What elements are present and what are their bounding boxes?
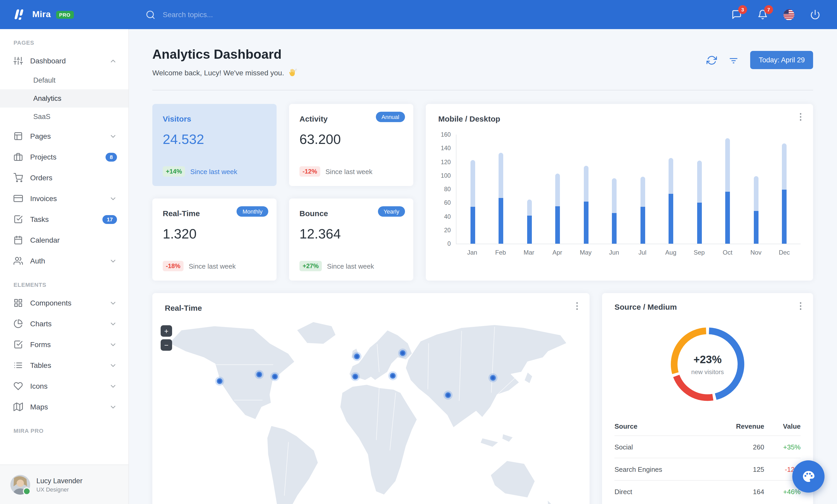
sidebar-item-charts[interactable]: Charts (0, 313, 128, 334)
bar-chart-y-axis: 020406080100120140160 (438, 135, 456, 244)
card-menu-button[interactable] (795, 111, 807, 124)
sidebar-item-components[interactable]: Components (0, 293, 128, 313)
sidebar-item-tables[interactable]: Tables (0, 355, 128, 376)
power-icon (810, 10, 820, 20)
bar-nov[interactable] (742, 135, 770, 244)
bar-chart-title: Mobile / Desktop (438, 114, 801, 123)
map-marker[interactable] (398, 349, 407, 358)
mobile-desktop-card: Mobile / Desktop 020406080100120140160 (426, 104, 813, 281)
map-zoom-controls: + − (161, 325, 172, 351)
map-marker[interactable] (353, 352, 361, 361)
map-marker[interactable] (270, 372, 280, 381)
chevron-down-icon (109, 320, 117, 328)
sidebar-item-tasks[interactable]: Tasks17 (0, 209, 128, 230)
zoom-in-button[interactable]: + (161, 325, 172, 337)
map-marker[interactable] (351, 372, 360, 381)
period-badge[interactable]: Yearly (378, 206, 405, 217)
source-row-direct[interactable]: Direct 164 +46% (615, 480, 801, 502)
period-badge[interactable]: Monthly (237, 206, 268, 217)
sidebar-item-default[interactable]: Default (0, 71, 128, 89)
stat-delta-badge: +14% (163, 166, 185, 177)
bar-oct[interactable] (714, 135, 742, 244)
revenue-cell: 125 (712, 458, 764, 480)
chevron-down-icon (109, 382, 117, 390)
sidebar-item-saas[interactable]: SaaS (0, 108, 128, 126)
stat-value: 1.320 (163, 226, 266, 242)
sidebar-item-auth[interactable]: Auth (0, 250, 128, 271)
sidebar-item-pages[interactable]: Pages (0, 126, 128, 147)
header-actions: Today: April 29 (707, 51, 813, 69)
map-title: Real-Time (165, 303, 577, 312)
zoom-out-button[interactable]: − (161, 339, 172, 351)
bar-jan[interactable] (459, 135, 487, 244)
more-vertical-icon (796, 301, 806, 311)
theme-settings-button[interactable] (792, 460, 824, 492)
source-row-social[interactable]: Social 260 +35% (615, 436, 801, 458)
filter-icon[interactable] (729, 55, 739, 65)
brand-name: Mira (32, 10, 51, 20)
bar-jul[interactable] (628, 135, 657, 244)
bar-sep[interactable] (685, 135, 714, 244)
map-icon (14, 402, 23, 411)
date-range-button[interactable]: Today: April 29 (750, 51, 813, 69)
sidebar-item-calendar[interactable]: Calendar (0, 230, 128, 250)
bar-aug[interactable] (657, 135, 685, 244)
stat-value: 12.364 (300, 226, 403, 242)
x-tick-label: Dec (770, 249, 799, 256)
sidebar-user[interactable]: Lucy Lavender UX Designer (0, 465, 128, 504)
stat-value: 63.200 (300, 131, 403, 148)
list-icon (14, 360, 23, 370)
top-navbar: Mira PRO 3 7 (0, 0, 837, 29)
sidebar-item-projects[interactable]: Projects8 (0, 147, 128, 167)
bar-may[interactable] (572, 135, 600, 244)
world-map[interactable] (165, 318, 577, 504)
donut-center-value: +23% (694, 353, 722, 366)
signout-button[interactable] (810, 10, 820, 20)
messages-button[interactable]: 3 (731, 10, 742, 20)
language-button[interactable] (783, 9, 795, 20)
stat-caption: Since last week (327, 262, 374, 270)
map-marker[interactable] (255, 370, 264, 379)
sidebar-item-forms[interactable]: Forms (0, 334, 128, 355)
brand[interactable]: Mira PRO (0, 8, 129, 21)
sidebar-item-icons[interactable]: Icons (0, 376, 128, 396)
notifications-button[interactable]: 7 (758, 10, 768, 20)
y-tick-label: 160 (441, 131, 451, 138)
y-tick-label: 60 (444, 200, 451, 206)
bar-chart: 020406080100120140160 (438, 130, 801, 256)
search-input[interactable] (162, 10, 283, 19)
sidebar-item-dashboard[interactable]: Dashboard (0, 50, 128, 71)
map-marker[interactable] (215, 377, 224, 386)
map-marker[interactable] (443, 391, 452, 400)
sidebar-item-analytics[interactable]: Analytics (0, 89, 128, 108)
bar-dec[interactable] (770, 135, 799, 244)
period-badge[interactable]: Annual (376, 112, 405, 122)
column-header-revenue: Revenue (712, 417, 764, 436)
stat-caption: Since last week (189, 262, 236, 270)
source-row-search-engines[interactable]: Search Engines 125 -12% (615, 458, 801, 480)
y-tick-label: 0 (447, 241, 451, 247)
y-tick-label: 40 (444, 213, 451, 220)
wave-emoji (288, 68, 297, 77)
card-menu-button[interactable] (571, 300, 583, 313)
chevron-down-icon (109, 132, 117, 140)
column-header-value: Value (764, 417, 801, 436)
check-square-icon (14, 340, 23, 349)
sidebar-item-invoices[interactable]: Invoices (0, 188, 128, 209)
refresh-icon[interactable] (707, 55, 717, 65)
bar-jun[interactable] (600, 135, 628, 244)
stat-title: Visitors (163, 114, 266, 123)
source-table: Source Revenue Value Social 260 +35% Sea… (615, 417, 801, 502)
app: Mira PRO 3 7 PAGESDashboardDefaul (0, 0, 837, 504)
bar-feb[interactable] (487, 135, 515, 244)
bar-apr[interactable] (544, 135, 572, 244)
map-marker[interactable] (488, 373, 498, 382)
x-tick-label: Sep (685, 249, 713, 256)
map-marker[interactable] (388, 371, 397, 380)
messages-count-badge: 3 (738, 5, 747, 14)
search-icon (146, 10, 156, 19)
sidebar-item-orders[interactable]: Orders (0, 167, 128, 188)
card-menu-button[interactable] (795, 300, 807, 313)
sidebar-item-maps[interactable]: Maps (0, 396, 128, 417)
bar-mar[interactable] (515, 135, 544, 244)
